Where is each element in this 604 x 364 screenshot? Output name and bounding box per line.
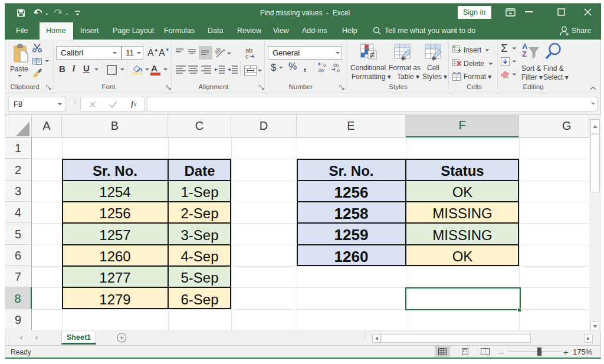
svg-text:ab: ab — [215, 47, 222, 55]
svg-text:.00: .00 — [317, 68, 324, 73]
svg-text:.0: .0 — [322, 63, 326, 68]
svg-text:c: c — [245, 53, 249, 60]
svg-text:.0: .0 — [336, 68, 340, 73]
svg-text:.00: .00 — [332, 63, 339, 68]
